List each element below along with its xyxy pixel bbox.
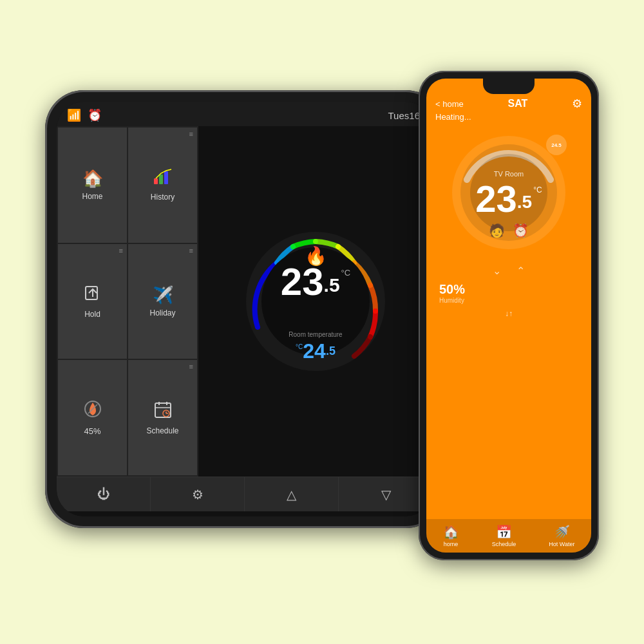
set-temp-decimal: .5 [326,345,336,358]
phone-notch [483,79,535,94]
tile-hold-label: Hold [84,310,100,319]
phone-chevron-down[interactable]: ⌄ [493,265,501,277]
humidity-icon [83,399,102,423]
tile-humidity-label: 45% [84,426,100,436]
phone-nav-home-icon: 🏠 [443,524,459,540]
phone-spacer [426,321,591,519]
phone-nav-hotwater-label: Hot Water [549,541,574,547]
clock-icon: ⏰ [88,108,102,122]
tile-history-label: History [151,193,175,202]
svg-rect-0 [154,178,158,184]
tile-schedule-label: Schedule [146,426,178,435]
phone-header: < home SAT ⚙ [426,94,591,111]
tile-holiday-menu: ≡ [189,247,193,254]
phone-control-arrows[interactable]: ↓↑ [505,309,513,318]
svg-rect-3 [86,287,97,299]
main-temp-decimal: .5 [324,274,340,296]
tile-holiday-label: Holiday [149,308,175,317]
tile-schedule-menu: ≡ [189,363,193,370]
phone-screen: < home SAT ⚙ Heating... [426,79,591,553]
tile-humidity[interactable]: 45% [58,360,127,475]
thermostat-bottombar: ⏻ ⚙ △ ▽ [57,477,433,511]
tile-history[interactable]: ≡ History [128,128,197,243]
phone-nav-schedule-label: Schedule [492,541,516,547]
phone-person-icon: 🧑 [489,223,505,238]
tile-hold[interactable]: ≡ Hold [58,244,127,359]
phone-chevrons: ⌄ ⌃ [426,262,591,279]
phone-humidity-label: Humidity [439,297,578,304]
phone-controls: ↓↑ [426,307,591,321]
thermostat-screen: 📶 ⏰ Tues16 🏠 Home ≡ [57,102,433,516]
phone-device: < home SAT ⚙ Heating... [419,71,599,560]
holiday-icon: ✈️ [153,285,173,305]
power-button[interactable]: ⏻ [57,477,151,511]
room-temp-label: Room temperature [242,331,390,338]
phone-back-button[interactable]: < home [435,99,464,109]
thermostat-date: Tues16 [388,110,420,121]
phone-humidity: 50% Humidity [426,279,591,307]
thermostat-tiles: 🏠 Home ≡ History [57,126,198,477]
phone-temp-value: 23 [475,180,517,218]
hold-icon [84,284,102,307]
tile-hold-menu: ≡ [119,247,123,254]
tile-home-label: Home [82,192,102,201]
phone-nav-schedule[interactable]: 📅 Schedule [492,524,516,547]
set-temp: °C 24 .5 [242,341,390,361]
svg-rect-1 [159,175,163,184]
schedule-icon [154,401,172,423]
thermostat-topbar: 📶 ⏰ Tues16 [57,102,433,126]
phone-clock-icon: ⏰ [513,223,529,238]
phone-temp-unit: °C [533,185,542,194]
wifi-icon: 📶 [67,108,81,122]
phone-nav-home-label: home [444,541,459,547]
tile-holiday[interactable]: ≡ ✈️ Holiday [128,244,197,359]
up-button[interactable]: △ [245,477,339,511]
phone-mode-icons: 🧑 ⏰ [489,223,529,238]
history-icon [153,168,173,189]
phone-humidity-value: 50% [439,282,578,297]
thermostat-status-icons: 📶 ⏰ [67,108,102,122]
main-temp-value: 23 [281,263,324,301]
phone-dial-area: 24.5 TV Room 23 .5 °C 🧑 ⏰ [426,123,591,262]
thermostat-main: 🏠 Home ≡ History [57,126,433,477]
dial-container: 🔥 23 .5 °C Room temperature °C 24 .5 [242,227,390,375]
phone-gear-icon[interactable]: ⚙ [572,97,582,111]
phone-heating-label: Heating... [426,111,591,123]
scene: 📶 ⏰ Tues16 🏠 Home ≡ [45,71,599,573]
tile-history-menu: ≡ [189,130,193,138]
thermostat-dial-area: 🔥 23 .5 °C Room temperature °C 24 .5 [198,126,433,477]
set-temp-value: 24 [303,341,326,361]
phone-title: SAT [507,98,527,109]
phone-nav-hotwater[interactable]: 🚿 Hot Water [549,524,574,547]
settings-button[interactable]: ⚙ [151,477,245,511]
phone-temp-decimal: .5 [517,192,532,213]
main-temp-unit: °C [341,268,351,278]
tile-schedule[interactable]: ≡ Schedule [128,360,197,475]
phone-nav-hotwater-icon: 🚿 [554,524,570,540]
phone-nav-schedule-icon: 📅 [496,524,512,540]
phone-main-temp: 23 .5 °C [475,180,542,218]
phone-bottom-nav: 🏠 home 📅 Schedule 🚿 Hot Water [426,519,591,553]
phone-dial-center: TV Room 23 .5 °C 🧑 ⏰ [426,123,591,262]
home-icon: 🏠 [82,169,103,189]
dial-center: 🔥 23 .5 °C Room temperature °C 24 .5 [242,227,390,375]
phone-room-name: TV Room [494,170,524,178]
set-temp-unit: °C [296,343,303,350]
thermostat-device: 📶 ⏰ Tues16 🏠 Home ≡ [45,90,444,528]
phone-nav-home[interactable]: 🏠 home [443,524,459,547]
svg-rect-2 [164,171,168,184]
tile-home[interactable]: 🏠 Home [58,128,127,243]
phone-chevron-up[interactable]: ⌃ [516,265,525,277]
